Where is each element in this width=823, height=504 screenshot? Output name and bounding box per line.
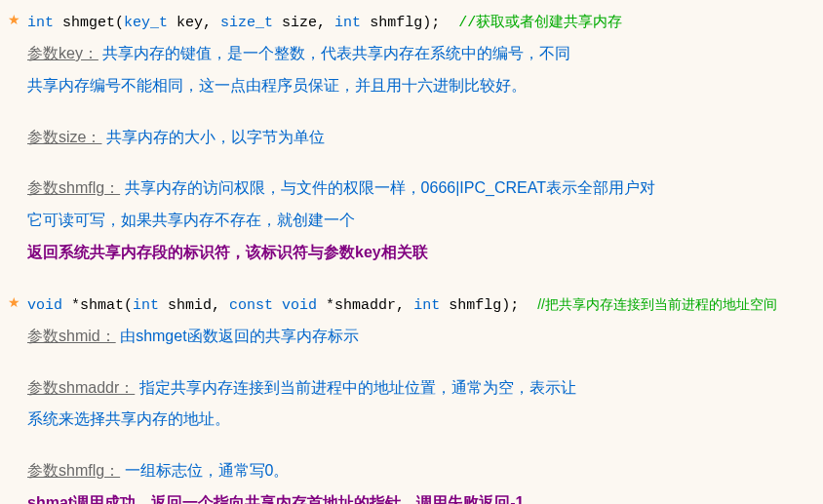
code-arg: *shmaddr,	[317, 297, 413, 314]
param-label: 参数shmid：	[27, 328, 116, 344]
return-desc: shmat调用成功，返回一个指向共享内存首地址的指针，调用失败返回-1。	[27, 489, 796, 504]
param-key-line1: 参数key： 共享内存的键值，是一个整数，代表共享内存在系统中的编号，不同	[27, 40, 796, 68]
code-arg: shmflg	[361, 15, 422, 31]
param-key-line2: 共享内存编号不能相同，这一点由程序员保证，并且用十六进制比较好。	[27, 72, 796, 100]
param-desc: 由shmget函数返回的共享内存标示	[120, 328, 358, 344]
param-label: 参数shmflg：	[27, 179, 120, 196]
return-desc: 返回系统共享内存段的标识符，该标识符与参数key相关联	[27, 239, 796, 267]
param-desc: 指定共享内存连接到当前进程中的地址位置，通常为空，表示让	[139, 379, 576, 396]
param-desc: 表示全部用户对	[546, 179, 655, 196]
code-paren: (	[124, 297, 133, 314]
shmget-signature-line: ★ int shmget(key_t key, size_t size, int…	[27, 8, 796, 36]
param-desc: 共享内存的大小，以字节为单位	[106, 129, 325, 145]
param-label: 参数size：	[27, 129, 101, 145]
code-paren: );	[422, 15, 440, 31]
star-icon: ★	[8, 291, 20, 315]
code-comment: //把共享内存连接到当前进程的地址空间	[537, 296, 777, 312]
param-label: 参数key：	[27, 45, 98, 61]
code-func: shmat	[80, 297, 124, 314]
param-shmid-line: 参数shmid： 由shmget函数返回的共享内存标示	[27, 323, 796, 351]
code-type: int	[413, 297, 440, 314]
param-shmflg-line1: 参数shmflg： 共享内存的访问权限，与文件的权限一样，0666|IPC_CR…	[27, 174, 796, 203]
code-arg: key,	[168, 15, 220, 31]
param-size-line: 参数size： 共享内存的大小，以字节为单位	[27, 124, 796, 152]
param-shmaddr-line1: 参数shmaddr： 指定共享内存连接到当前进程中的地址位置，通常为空，表示让	[27, 374, 796, 403]
code-func: shmget	[54, 15, 115, 31]
code-type: int	[133, 297, 159, 314]
param-shmflg-line2: 它可读可写，如果共享内存不存在，就创建一个	[27, 207, 796, 235]
star-icon: ★	[8, 8, 20, 32]
param-label: 参数shmaddr：	[27, 379, 135, 396]
code-type: int	[27, 15, 54, 31]
param-desc: 共享内存的访问权限，与文件的权限一样，	[125, 179, 421, 196]
code-type: const void	[229, 297, 317, 314]
code-arg: shmid,	[159, 297, 229, 314]
code-comment: //获取或者创建共享内存	[458, 15, 622, 31]
code-paren: );	[501, 297, 519, 314]
code-type: void	[27, 297, 62, 314]
code-type: int	[334, 15, 361, 31]
shmat-signature-line: ★ void *shmat(int shmid, const void *shm…	[27, 291, 796, 319]
code-paren: (	[115, 15, 124, 31]
code-arg: size,	[273, 15, 334, 31]
code-ptr: *	[62, 297, 80, 314]
code-type: key_t	[124, 15, 168, 31]
document-body: ★ int shmget(key_t key, size_t size, int…	[0, 0, 823, 504]
param-desc-code: 0666|IPC_CREAT	[421, 179, 546, 196]
code-arg: shmflg	[440, 297, 501, 314]
param-desc: 一组标志位，通常写0。	[125, 462, 290, 479]
code-type: size_t	[220, 15, 273, 31]
param-shmflg2-line: 参数shmflg： 一组标志位，通常写0。	[27, 457, 796, 485]
param-desc: 共享内存的键值，是一个整数，代表共享内存在系统中的编号，不同	[102, 45, 570, 61]
param-shmaddr-line2: 系统来选择共享内存的地址。	[27, 406, 796, 434]
param-label: 参数shmflg：	[27, 462, 120, 479]
